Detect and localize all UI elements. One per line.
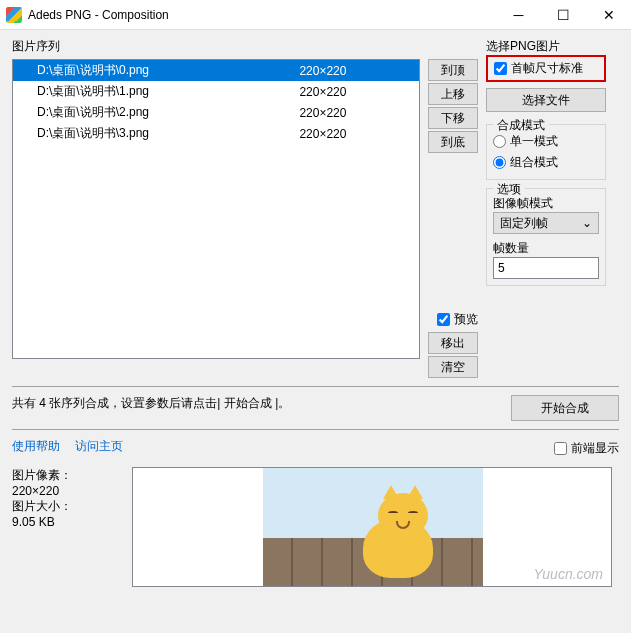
compose-mode-group: 合成模式 单一模式 组合模式 — [486, 124, 606, 180]
to-bottom-button[interactable]: 到底 — [428, 131, 478, 153]
cat-illustration — [343, 488, 443, 578]
compose-mode-label: 合成模式 — [493, 117, 549, 134]
close-button[interactable]: ✕ — [586, 0, 631, 30]
status-text: 共有 4 张序列合成，设置参数后请点击| 开始合成 |。 — [12, 396, 290, 410]
file-listbox[interactable]: D:\桌面\说明书\0.png220×220D:\桌面\说明书\1.png220… — [12, 59, 420, 359]
options-group: 选项 图像帧模式 固定列帧 ⌄ 帧数量 — [486, 188, 606, 286]
preview-image: Yuucn.com — [132, 467, 612, 587]
select-png-label: 选择PNG图片 — [486, 38, 606, 55]
move-down-button[interactable]: 下移 — [428, 107, 478, 129]
app-icon — [6, 7, 22, 23]
single-mode-radio[interactable] — [493, 135, 506, 148]
watermark: Yuucn.com — [533, 566, 603, 582]
home-link[interactable]: 访问主页 — [75, 439, 123, 453]
select-file-button[interactable]: 选择文件 — [486, 88, 606, 112]
move-up-button[interactable]: 上移 — [428, 83, 478, 105]
maximize-button[interactable]: ☐ — [541, 0, 586, 30]
sequence-label: 图片序列 — [12, 38, 478, 55]
pixel-label: 图片像素： — [12, 467, 132, 484]
combo-value: 固定列帧 — [500, 215, 548, 232]
first-frame-checkbox[interactable] — [494, 62, 507, 75]
frame-count-label: 帧数量 — [493, 240, 599, 257]
window-title: Adeds PNG - Composition — [28, 8, 496, 22]
minimize-button[interactable]: ─ — [496, 0, 541, 30]
pixel-value: 220×220 — [12, 484, 132, 498]
titlebar[interactable]: Adeds PNG - Composition ─ ☐ ✕ — [0, 0, 631, 30]
size-value: 9.05 KB — [12, 515, 132, 529]
size-label: 图片大小： — [12, 498, 132, 515]
list-item[interactable]: D:\桌面\说明书\0.png220×220 — [13, 60, 419, 81]
list-item[interactable]: D:\桌面\说明书\1.png220×220 — [13, 81, 419, 102]
front-display-label: 前端显示 — [571, 440, 619, 457]
move-out-button[interactable]: 移出 — [428, 332, 478, 354]
preview-info: 图片像素： 220×220 图片大小： 9.05 KB — [12, 467, 132, 587]
list-item[interactable]: D:\桌面\说明书\2.png220×220 — [13, 102, 419, 123]
chevron-down-icon: ⌄ — [582, 216, 592, 230]
to-top-button[interactable]: 到顶 — [428, 59, 478, 81]
list-item[interactable]: D:\桌面\说明书\3.png220×220 — [13, 123, 419, 144]
front-display-checkbox[interactable] — [554, 442, 567, 455]
options-label: 选项 — [493, 181, 525, 198]
preview-checkbox[interactable] — [437, 313, 450, 326]
clear-button[interactable]: 清空 — [428, 356, 478, 378]
first-frame-label: 首帧尺寸标准 — [511, 60, 583, 77]
group-mode-radio[interactable] — [493, 156, 506, 169]
first-frame-highlight: 首帧尺寸标准 — [486, 55, 606, 82]
help-link[interactable]: 使用帮助 — [12, 439, 60, 453]
preview-label: 预览 — [454, 311, 478, 328]
start-compose-button[interactable]: 开始合成 — [511, 395, 619, 421]
group-mode-label: 组合模式 — [510, 154, 558, 171]
frame-count-input[interactable] — [493, 257, 599, 279]
single-mode-label: 单一模式 — [510, 133, 558, 150]
frame-mode-combo[interactable]: 固定列帧 ⌄ — [493, 212, 599, 234]
